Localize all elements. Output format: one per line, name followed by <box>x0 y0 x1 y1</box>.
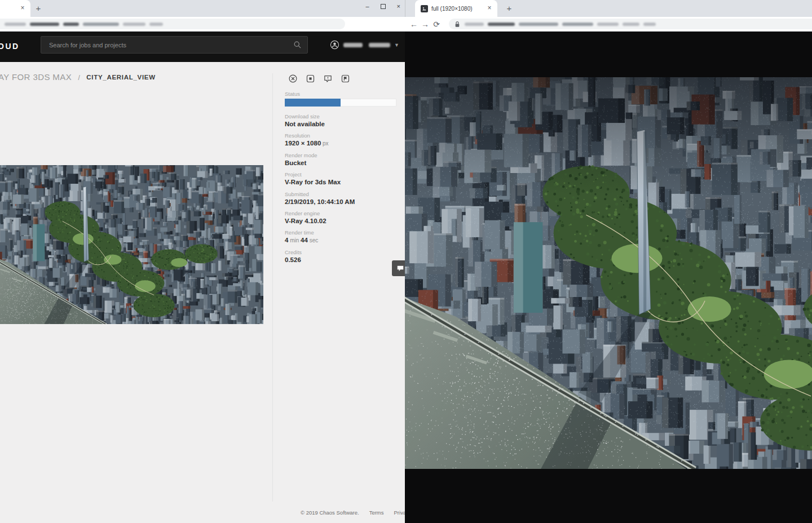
redacted-url-text <box>465 23 484 26</box>
flag-frame-icon[interactable] <box>341 74 350 83</box>
user-menu[interactable]: ▼ <box>330 40 399 50</box>
field-value: V-Ray for 3ds Max <box>285 179 396 185</box>
job-fields: Download sizeNot availableResolution1920… <box>285 113 396 268</box>
maximize-icon[interactable] <box>381 4 386 9</box>
job-field: Download sizeNot available <box>285 113 396 132</box>
speech-bubble-icon <box>396 265 404 272</box>
job-field: Resolution1920 × 1080 px <box>285 132 396 152</box>
tab-close-icon[interactable]: × <box>19 5 27 12</box>
address-bar-row: ⋮ <box>0 17 405 32</box>
field-label: Resolution <box>285 132 396 139</box>
browser-window-left: × + – × ⋮ <box>0 0 405 523</box>
padlock-icon <box>454 21 460 28</box>
job-field: Render modeBucket <box>285 152 396 171</box>
job-field: ProjectV-Ray for 3ds Max <box>285 171 396 190</box>
footer-links: TermsPrivacy <box>369 509 405 516</box>
address-bar[interactable] <box>449 19 812 29</box>
job-field: Render engineV-Ray 4.10.02 <box>285 210 396 229</box>
tab-full-image[interactable]: full (1920×1080) × <box>415 0 497 17</box>
field-label: Render mode <box>285 152 396 158</box>
job-field: Submitted2/19/2019, 10:44:10 AM <box>285 191 396 210</box>
copyright-text: © 2019 Chaos Software. <box>301 509 359 516</box>
page-footer: © 2019 Chaos Software. TermsPrivacy <box>301 509 405 516</box>
feedback-tab-button[interactable] <box>392 260 405 276</box>
job-details-panel: Status Download sizeNot availableResolut… <box>285 74 396 268</box>
cancel-job-icon[interactable] <box>288 74 298 83</box>
back-icon[interactable]: ← <box>408 20 420 29</box>
image-viewer <box>405 32 812 523</box>
forward-icon[interactable]: → <box>420 20 431 29</box>
field-label: Project <box>285 171 396 178</box>
footer-link[interactable]: Terms <box>369 509 384 516</box>
field-value: 4 min 44 sec <box>285 237 396 243</box>
new-tab-button[interactable]: + <box>34 4 43 13</box>
field-label: Render time <box>285 229 396 236</box>
field-value: 0.526 <box>285 256 396 263</box>
tab-strip: × + – × <box>0 0 405 17</box>
field-label: Submitted <box>285 191 396 197</box>
render-thumbnail[interactable] <box>0 165 263 324</box>
field-label: Credits <box>285 249 396 255</box>
search-icon[interactable] <box>293 41 302 49</box>
search-input[interactable] <box>41 37 307 53</box>
breadcrumb-project-link[interactable]: AY FOR 3DS MAX <box>0 72 72 82</box>
job-field: Credits0.526 <box>285 249 396 268</box>
status-label: Status <box>285 91 396 97</box>
job-field: Render time4 min 44 sec <box>285 229 396 249</box>
redacted-url-text <box>5 23 26 26</box>
new-tab-button[interactable]: + <box>505 4 514 13</box>
chevron-down-icon: ▼ <box>394 42 399 48</box>
field-value: V-Ray 4.10.02 <box>285 218 396 224</box>
field-label: Render engine <box>285 210 396 216</box>
breadcrumb-separator: / <box>78 74 80 82</box>
vray-cloud-logo-partial[interactable]: OUD <box>0 42 20 51</box>
browser-window-right: full (1920×1080) × + ← → ⟳ <box>405 0 812 523</box>
field-value: Bucket <box>285 159 396 166</box>
tab-strip: full (1920×1080) × + <box>405 0 812 17</box>
field-value: Not available <box>285 121 396 127</box>
close-window-icon[interactable]: × <box>397 2 400 10</box>
stop-job-icon[interactable] <box>306 74 315 83</box>
tab-chaos-cloud[interactable]: × <box>0 0 30 17</box>
full-render-image <box>405 77 812 469</box>
address-bar-row: ← → ⟳ <box>405 17 812 32</box>
panel-divider <box>272 73 273 502</box>
progress-fill <box>285 99 341 107</box>
field-value: 2/19/2019, 10:44:10 AM <box>285 198 396 205</box>
redacted-user-name <box>343 43 363 47</box>
tab-title: full (1920×1080) <box>431 6 473 12</box>
window-controls: – × <box>365 2 400 11</box>
report-comment-icon[interactable] <box>323 74 333 83</box>
app-header: OUD ▼ <box>0 32 405 62</box>
field-label: Download size <box>285 113 396 119</box>
image-favicon-icon <box>421 5 428 12</box>
progress-bar <box>285 99 396 107</box>
reload-icon[interactable]: ⟳ <box>431 20 442 29</box>
breadcrumb: AY FOR 3DS MAX / CITY_AERIAL_VIEW <box>0 72 156 82</box>
tab-close-icon[interactable]: × <box>486 5 493 12</box>
address-bar[interactable] <box>0 19 345 29</box>
breadcrumb-current-job: CITY_AERIAL_VIEW <box>86 74 155 81</box>
user-avatar-icon <box>330 40 339 50</box>
minimize-icon[interactable]: – <box>365 2 369 10</box>
job-actions <box>285 74 396 83</box>
footer-link[interactable]: Privacy <box>394 509 405 516</box>
field-value: 1920 × 1080 px <box>285 140 396 147</box>
search-box <box>41 36 308 54</box>
